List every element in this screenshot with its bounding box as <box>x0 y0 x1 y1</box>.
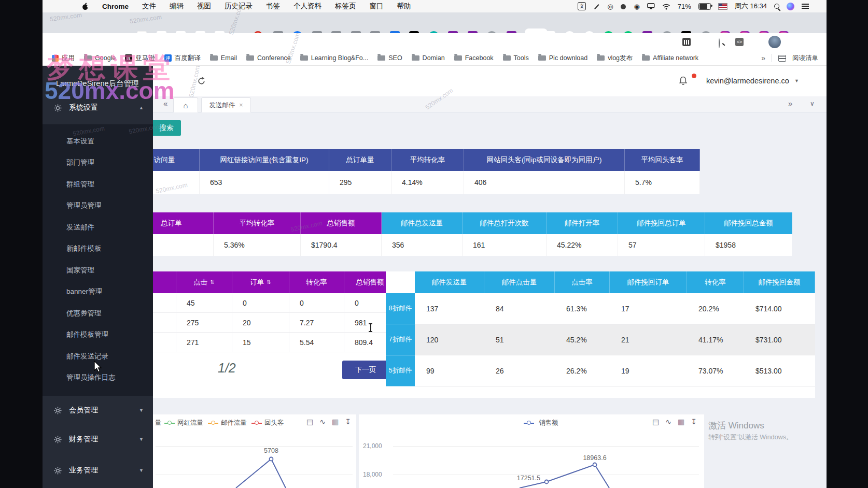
bookmark-label: Email <box>221 54 237 62</box>
sales-value-cell-4: 161 <box>463 234 547 256</box>
email-detail-header-row: 邮件发送量邮件点击量点击率邮件挽回订单转化率邮件挽回金额 <box>386 271 815 293</box>
wifi-icon[interactable] <box>662 3 670 10</box>
tabs-scroll-right-icon[interactable]: » <box>788 99 792 108</box>
airplay-icon[interactable] <box>647 3 655 9</box>
accessibility-icon[interactable]: ◉ <box>634 3 639 10</box>
spotlight-icon[interactable] <box>774 4 779 9</box>
left-detail-row-0: 45000 <box>130 293 396 313</box>
chevron-down-icon: ▼ <box>139 437 144 442</box>
traffic-point-label: 5708 <box>264 447 278 454</box>
site-value-cell-5: 5.7% <box>625 171 700 194</box>
email-detail-header-cell-4: 转化率 <box>687 271 744 293</box>
code-extension-icon[interactable]: <> <box>735 38 744 46</box>
menubar-item-7[interactable]: 标签页 <box>335 2 356 11</box>
profile-avatar[interactable] <box>768 36 781 48</box>
site-value-cell-2: 295 <box>329 171 391 194</box>
home-icon: ⌂ <box>183 101 188 110</box>
site-value-cell-3: 4.14% <box>391 171 464 194</box>
folder-icon <box>538 55 546 61</box>
sidebar-group-finance[interactable]: 财务管理 ▼ <box>43 429 153 450</box>
us-flag-icon[interactable] <box>718 3 727 10</box>
search-extension-icon[interactable] <box>719 38 720 48</box>
reading-list-label[interactable]: 阅读清单 <box>792 54 818 63</box>
menubar-item-0[interactable]: Chrome <box>102 3 129 10</box>
bookmark-10[interactable]: Tools <box>503 54 529 62</box>
folder-icon <box>642 55 650 61</box>
sort-icon[interactable]: ⇅ <box>210 279 214 286</box>
sales-blue-header-cell-2: 邮件打开率 <box>547 212 618 234</box>
sales-point-label-1: 18963.6 <box>583 454 606 462</box>
menubar-item-6[interactable]: 个人资料 <box>293 2 321 11</box>
analytics-extension-icon[interactable] <box>682 38 691 46</box>
bookmark-5[interactable]: Conference <box>246 54 291 62</box>
next-page-button[interactable]: 下一页 <box>342 361 389 379</box>
sidebar-item-7[interactable]: banner管理 <box>43 281 153 303</box>
reading-list-icon[interactable] <box>778 55 786 62</box>
sidebar-group-members[interactable]: 会员管理 ▼ <box>43 400 153 421</box>
menubar-item-8[interactable]: 窗口 <box>370 2 384 11</box>
email-detail-rowheader-2[interactable]: 5折邮件 <box>386 355 415 386</box>
bookmark-12[interactable]: vlog发布 <box>597 54 633 63</box>
control-center-icon[interactable] <box>802 4 809 9</box>
screen: Chrome文件编辑视图历史记录书签个人资料标签页窗口帮助 文 ◎ ◉ 71% … <box>0 0 868 488</box>
sidebar-item-3[interactable]: 管理员管理 <box>43 195 153 217</box>
mouse-cursor <box>93 361 103 373</box>
bookmark-label: vlog发布 <box>608 54 633 63</box>
left-detail-header-2[interactable]: 订单⇅ <box>232 271 289 293</box>
menubar-item-3[interactable]: 视图 <box>197 2 211 11</box>
sort-icon[interactable]: ⇅ <box>267 279 271 286</box>
cell: $714.00 <box>744 293 815 324</box>
sales-value-cell-1: 5.36% <box>214 234 301 256</box>
letterbox-right <box>827 0 868 488</box>
sidebar-item-2[interactable]: 群组管理 <box>43 174 153 195</box>
pen-icon[interactable] <box>593 3 600 10</box>
bookmark-8[interactable]: Domian <box>412 54 445 62</box>
sidebar-item-9[interactable]: 邮件模板管理 <box>43 324 153 346</box>
bookmark-label: Facebook <box>465 54 494 62</box>
sidebar-item-6[interactable]: 国家管理 <box>43 260 153 281</box>
cell: 271 <box>176 333 232 352</box>
user-dropdown-caret-icon[interactable]: ▼ <box>794 78 799 83</box>
chrome-addressbar <box>43 33 827 51</box>
sidebar-item-4[interactable]: 发送邮件 <box>43 217 153 238</box>
bookmarks-overflow-chevron[interactable]: » <box>761 54 765 62</box>
menubar-item-5[interactable]: 书签 <box>266 2 280 11</box>
email-detail-header-cell-2: 点击率 <box>555 271 610 293</box>
email-detail-rowheader-1[interactable]: 7折邮件 <box>386 324 415 355</box>
notification-bell-icon[interactable] <box>678 76 688 88</box>
apple-logo-icon[interactable] <box>82 3 89 10</box>
tabs-dropdown-icon[interactable]: ∨ <box>810 100 815 107</box>
tab-send-mail[interactable]: 发送邮件 × <box>201 97 251 112</box>
bookmark-9[interactable]: Facebook <box>454 54 494 62</box>
evernote-icon[interactable] <box>620 3 626 10</box>
siri-icon[interactable] <box>787 3 794 10</box>
sidebar-group-business[interactable]: 业务管理 ▼ <box>43 460 153 481</box>
cell: 20.2% <box>687 293 744 324</box>
hotspot-icon[interactable]: ◎ <box>607 3 613 10</box>
bookmark-4[interactable]: Email <box>210 54 237 62</box>
cell: 51 <box>484 324 555 355</box>
close-tab-icon[interactable]: × <box>239 102 243 109</box>
bookmark-7[interactable]: SEO <box>377 54 402 62</box>
left-detail-header-1[interactable]: 点击⇅ <box>176 271 232 293</box>
sidebar-item-5[interactable]: 新邮件模板 <box>43 238 153 260</box>
cell: 41.17% <box>687 324 744 355</box>
menubar-clock[interactable]: 周六 16:34 <box>735 2 767 11</box>
bookmark-6[interactable]: Learning Blog&Fo... <box>300 54 369 62</box>
user-email[interactable]: kevin@larmedesirene.co <box>706 77 789 85</box>
email-detail-corner <box>386 271 415 293</box>
site-overview-table: 访问量网红链接访问量(包含重复IP)总订单量平均转化率网站回头客(同ip或同设备… <box>130 149 700 194</box>
sidebar-item-1[interactable]: 部门管理 <box>43 152 153 174</box>
menubar-item-2[interactable]: 编辑 <box>170 2 184 11</box>
input-source-icon[interactable]: 文 <box>578 2 586 10</box>
bookmark-13[interactable]: Affiliate network <box>642 54 698 62</box>
bookmark-label: Learning Blog&Fo... <box>311 54 369 62</box>
cell: $513.00 <box>744 355 815 386</box>
sidebar-item-8[interactable]: 优惠券管理 <box>43 303 153 324</box>
bookmark-11[interactable]: Pic download <box>538 54 587 62</box>
home-tab[interactable]: ⌂ <box>173 97 198 112</box>
email-detail-rowheader-0[interactable]: 8折邮件 <box>386 293 415 324</box>
sales-overview-header-row: 总订单平均转化率总销售额邮件总发送量邮件总打开次数邮件打开率邮件挽回总订单邮件挽… <box>130 212 792 234</box>
menubar-item-9[interactable]: 帮助 <box>397 2 411 11</box>
menubar-item-1[interactable]: 文件 <box>142 2 156 11</box>
